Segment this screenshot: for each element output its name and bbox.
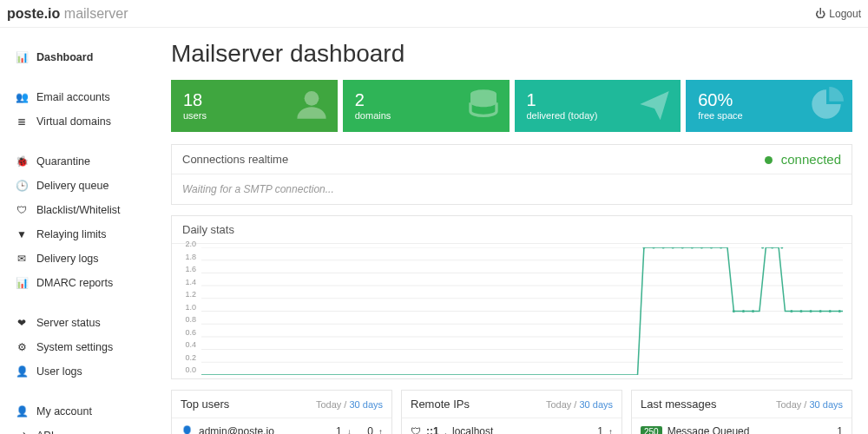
- last-30days[interactable]: 30 days: [809, 399, 843, 410]
- realtime-body: Waiting for a SMTP connection...: [172, 174, 852, 204]
- sidebar-item-server-status[interactable]: ❤Server status: [0, 311, 161, 335]
- brand-bold: poste.io: [7, 6, 60, 21]
- svg-point-23: [742, 310, 745, 312]
- brand: poste.io mailserver: [7, 6, 128, 22]
- sidebar-item-virtual-domains[interactable]: ≣Virtual domains: [0, 109, 161, 134]
- arrow-up-icon: ↑: [608, 427, 613, 435]
- sidebar-item-user-logs[interactable]: 👤User logs: [0, 359, 161, 384]
- cog-icon: ⚙: [16, 341, 28, 353]
- svg-point-17: [681, 247, 684, 249]
- sidebar-item-delivery-logs[interactable]: ✉Delivery logs: [0, 247, 161, 271]
- svg-point-22: [733, 310, 735, 312]
- top-users-title: Top users: [181, 398, 229, 411]
- user-icon: [294, 87, 329, 122]
- stat-users[interactable]: 18users: [171, 80, 338, 132]
- daily-panel: Daily stats 0.00.20.40.60.81.01.21.41.61…: [171, 215, 852, 379]
- sidebar-item-blacklist-whitelist[interactable]: 🛡Blacklist/Whitelist: [0, 198, 161, 222]
- page-title: Mailserver dashboard: [171, 40, 852, 68]
- top-users-panel: Top users Today / 30 days 👤 admin@poste.…: [171, 390, 392, 434]
- sidebar-item-email-accounts[interactable]: 👥Email accounts: [0, 85, 161, 109]
- logout-link[interactable]: ⏻ Logout: [815, 8, 861, 20]
- daily-chart: 0.00.20.40.60.81.01.21.41.61.82.0: [172, 244, 852, 378]
- last-messages-title: Last messages: [641, 398, 716, 411]
- bottom-row: Top users Today / 30 days 👤 admin@poste.…: [171, 390, 852, 434]
- remote-ips-panel: Remote IPs Today / 30 days 🛡 ::1, localh…: [401, 390, 622, 434]
- svg-point-25: [761, 247, 764, 249]
- connection-status: connected: [765, 152, 841, 167]
- realtime-panel: Connections realtime connected Waiting f…: [171, 144, 852, 205]
- clock-icon: 🕒: [16, 180, 28, 192]
- svg-point-13: [642, 247, 645, 249]
- bar-icon: 📊: [16, 277, 28, 289]
- top-user-email: admin@poste.io: [199, 425, 274, 434]
- sidebar-item-system-settings[interactable]: ⚙System settings: [0, 335, 161, 359]
- status-dot-icon: [765, 156, 773, 164]
- logout-label: Logout: [829, 8, 861, 20]
- list-icon: ≣: [16, 115, 28, 128]
- realtime-title: Connections realtime: [182, 153, 288, 166]
- db-icon: [466, 87, 501, 122]
- bug-icon: 🐞: [16, 155, 28, 168]
- sidebar: 📊Dashboard👥Email accounts≣Virtual domain…: [0, 28, 161, 434]
- svg-point-27: [780, 247, 783, 249]
- shield-icon: 🛡: [411, 425, 421, 434]
- sidebar-item-my-account[interactable]: 👤My account: [0, 399, 161, 424]
- sidebar-item-relaying-limits[interactable]: ▼Relaying limits: [0, 222, 161, 247]
- svg-point-29: [799, 310, 802, 312]
- svg-point-16: [672, 247, 674, 249]
- topbar: poste.io mailserver ⏻ Logout: [0, 0, 868, 28]
- svg-point-21: [720, 247, 722, 249]
- last-message-text: Message Queued: [667, 425, 750, 434]
- shield-icon: 🛡: [16, 204, 28, 216]
- svg-point-14: [652, 247, 654, 249]
- sidebar-item-dashboard[interactable]: 📊Dashboard: [0, 45, 161, 69]
- swap-icon: ⇄: [16, 430, 28, 434]
- remote-ip: ::1: [426, 425, 439, 434]
- filter-icon: ▼: [16, 228, 28, 240]
- last-messages-panel: Last messages Today / 30 days 250 Messag…: [631, 390, 852, 434]
- sidebar-item-delivery-queue[interactable]: 🕒Delivery queue: [0, 174, 161, 198]
- remote-ips-30days[interactable]: 30 days: [579, 399, 613, 410]
- svg-point-24: [752, 310, 754, 312]
- brand-light: mailserver: [64, 6, 128, 21]
- remote-ips-title: Remote IPs: [411, 398, 470, 411]
- sidebar-item-dmarc-reports[interactable]: 📊DMARC reports: [0, 271, 161, 295]
- svg-point-20: [710, 247, 713, 249]
- pie-icon: [809, 87, 844, 122]
- sidebar-item-quarantine[interactable]: 🐞Quarantine: [0, 149, 161, 174]
- svg-point-26: [771, 247, 773, 249]
- svg-point-28: [790, 310, 792, 312]
- user-icon: 👤: [181, 425, 194, 434]
- svg-point-18: [691, 247, 694, 249]
- stat-domains[interactable]: 2domains: [343, 80, 510, 132]
- arrow-up-icon: ↑: [378, 427, 383, 435]
- svg-point-30: [810, 310, 812, 312]
- stat-delivered-today-[interactable]: 1delivered (today): [515, 80, 681, 132]
- status-text: connected: [781, 152, 841, 167]
- stat-free-space[interactable]: 60%free space: [686, 80, 852, 132]
- main: Mailserver dashboard 18users2domains1del…: [161, 28, 868, 434]
- svg-point-31: [819, 310, 822, 312]
- last-message-count: 1: [837, 425, 843, 434]
- arrow-down-icon: ↓: [347, 427, 352, 435]
- svg-point-19: [700, 247, 703, 249]
- svg-point-15: [662, 247, 665, 249]
- plane-icon: [637, 87, 672, 122]
- bar-icon: 📊: [16, 51, 28, 63]
- svg-point-33: [838, 310, 841, 312]
- power-icon: ⏻: [815, 8, 825, 20]
- users-icon: 👥: [16, 91, 28, 103]
- svg-point-0: [304, 91, 319, 106]
- mail-icon: ✉: [16, 253, 28, 265]
- user-icon: 👤: [16, 365, 28, 378]
- heart-icon: ❤: [16, 317, 28, 329]
- status-badge: 250: [641, 426, 662, 435]
- stats-row: 18users2domains1delivered (today)60%free…: [171, 80, 852, 132]
- daily-title: Daily stats: [182, 223, 234, 236]
- user-icon: 👤: [16, 405, 28, 418]
- top-users-30days[interactable]: 30 days: [349, 399, 383, 410]
- remote-host: localhost: [452, 425, 493, 434]
- sidebar-item-api[interactable]: ⇄API: [0, 424, 161, 434]
- svg-point-32: [829, 310, 832, 312]
